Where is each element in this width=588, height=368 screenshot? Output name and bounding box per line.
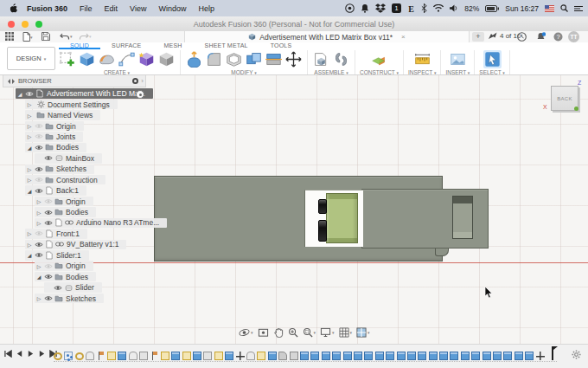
- expander-icon[interactable]: ▷: [35, 220, 43, 226]
- timeline-step-back-button[interactable]: [16, 350, 23, 358]
- visibility-eye-icon[interactable]: [24, 91, 35, 97]
- menu-item-help[interactable]: Help: [198, 4, 214, 13]
- timeline-feature-component-icon[interactable]: [139, 352, 148, 360]
- timeline-feature-extrude-icon[interactable]: [407, 352, 416, 360]
- grid-settings-icon[interactable]: ▾: [339, 327, 353, 338]
- visibility-eye-icon[interactable]: [34, 145, 44, 151]
- visibility-eye-icon[interactable]: [43, 263, 54, 269]
- timeline-feature-joint-origin-icon[interactable]: [64, 352, 73, 360]
- expander-icon[interactable]: ▷: [35, 210, 43, 216]
- construct-plane-icon[interactable]: [370, 50, 388, 68]
- joint-icon[interactable]: [332, 50, 350, 68]
- timeline-feature-revolve-icon[interactable]: [54, 352, 62, 360]
- timeline-feature-extrude-icon[interactable]: [386, 352, 394, 360]
- ribbon-group-label-construct[interactable]: CONSTRUCT ▾: [360, 69, 399, 75]
- viewports-icon[interactable]: ▾: [356, 327, 370, 338]
- timeline-feature-extrude-icon[interactable]: [493, 352, 502, 360]
- ribbon-group-label-select[interactable]: SELECT ▾: [479, 69, 505, 75]
- tree-row-sketches[interactable]: ▷Sketches: [3, 164, 146, 174]
- browser-options-icon[interactable]: [132, 78, 138, 84]
- timeline-feature-joint-icon[interactable]: [86, 352, 94, 360]
- ribbon-group-label-insert[interactable]: INSERT ▾: [445, 69, 470, 75]
- timeline-feature-extrude-icon[interactable]: [193, 352, 201, 360]
- expander-icon[interactable]: ▷: [25, 177, 34, 183]
- timeline-skip-start-button[interactable]: [4, 350, 12, 358]
- timeline-feature-extrude-icon[interactable]: [332, 352, 341, 360]
- timeline-feature-sketch-icon[interactable]: [107, 352, 116, 360]
- visibility-eye-icon[interactable]: [34, 166, 44, 172]
- one-password-icon[interactable]: 1: [392, 3, 401, 13]
- workspace-switcher[interactable]: DESIGN▾: [7, 47, 55, 70]
- new-tab-button[interactable]: +: [472, 32, 484, 42]
- redo-button[interactable]: ▾: [79, 32, 92, 41]
- combine-icon[interactable]: [245, 50, 263, 68]
- bluetooth-icon[interactable]: [421, 3, 427, 13]
- visibility-eye-icon[interactable]: [34, 230, 44, 236]
- notification-bell-icon[interactable]: [536, 32, 546, 42]
- visibility-eye-icon[interactable]: [43, 220, 54, 226]
- expander-icon[interactable]: ▷: [25, 113, 34, 119]
- expander-icon[interactable]: ▷: [25, 166, 34, 172]
- timeline-feature-extrude-icon[interactable]: [450, 352, 458, 360]
- menu-item-file[interactable]: File: [80, 4, 93, 13]
- save-button[interactable]: [42, 32, 50, 41]
- tree-row-construction[interactable]: ▷Construction: [3, 175, 146, 185]
- ribbon-tab-surface[interactable]: SURFACE: [100, 42, 152, 49]
- menu-item-view[interactable]: View: [130, 4, 146, 13]
- expander-icon[interactable]: ◢: [16, 91, 24, 97]
- ribbon-group-label-modify[interactable]: MODIFY ▾: [231, 69, 257, 75]
- timeline-feature-extrude-icon[interactable]: [322, 352, 330, 360]
- timeline-feature-extrude-icon[interactable]: [268, 352, 277, 360]
- tree-row-sketches[interactable]: ▷Sketches: [3, 293, 146, 303]
- select-icon[interactable]: [483, 50, 502, 68]
- active-app-name[interactable]: Fusion 360: [27, 4, 67, 13]
- fillet-icon[interactable]: [205, 50, 223, 68]
- expander-icon[interactable]: ▷: [25, 230, 34, 236]
- wifi-icon[interactable]: [433, 4, 444, 12]
- menu-item-window[interactable]: Window: [158, 4, 186, 13]
- pan-icon[interactable]: [273, 327, 284, 338]
- expander-icon[interactable]: ▷: [35, 263, 43, 269]
- menubar-clock[interactable]: Sun 16:27: [505, 4, 539, 13]
- collapse-panel-icon[interactable]: [8, 79, 15, 84]
- ribbon-tab-solid[interactable]: SOLID: [59, 42, 100, 49]
- tree-row-named-views[interactable]: ▷Named Views: [3, 110, 146, 120]
- apple-menu-icon[interactable]: [10, 3, 18, 14]
- hole-icon[interactable]: [157, 50, 176, 68]
- visibility-eye-icon[interactable]: [34, 133, 44, 139]
- help-icon[interactable]: ?: [553, 32, 563, 42]
- tree-row-document-settings[interactable]: ▷Document Settings: [3, 99, 146, 109]
- timeline-feature-flag-icon[interactable]: [97, 352, 105, 360]
- timeline-feature-revolve-icon[interactable]: [75, 352, 84, 360]
- timeline-feature-move-icon[interactable]: [536, 352, 545, 360]
- tree-row-bodies[interactable]: ▷Bodies: [3, 207, 146, 217]
- visibility-eye-icon[interactable]: [43, 155, 54, 161]
- file-menu-icon[interactable]: ▾: [22, 32, 33, 42]
- timeline-feature-extrude-icon[interactable]: [397, 352, 406, 360]
- tree-row-bodies[interactable]: ◢Bodies: [3, 142, 146, 152]
- timeline-feature-extrude-icon[interactable]: [483, 352, 491, 360]
- timeline-feature-extrude-icon[interactable]: [471, 352, 480, 360]
- timeline-feature-joint-icon[interactable]: [246, 352, 255, 360]
- form-icon[interactable]: [98, 50, 116, 68]
- visibility-eye-icon[interactable]: [43, 210, 54, 216]
- tree-row-9v-battery-v1-1[interactable]: ▷9V_Battery v1:1: [3, 239, 146, 249]
- expander-icon[interactable]: ◢: [25, 252, 34, 258]
- timeline-feature-move-icon[interactable]: [236, 352, 245, 360]
- timeline-feature-sketch-icon[interactable]: [257, 352, 265, 360]
- move-icon[interactable]: [284, 50, 303, 68]
- document-tab[interactable]: Advertisement With LED Matrix Box v11* ×: [184, 31, 470, 42]
- input-flag-icon[interactable]: [545, 5, 554, 12]
- timeline-play-button[interactable]: [27, 350, 35, 358]
- sketch-edit-icon[interactable]: [118, 50, 136, 68]
- orbit-icon[interactable]: ▾: [239, 327, 253, 338]
- ribbon-group-label-inspect[interactable]: INSPECT ▾: [408, 69, 436, 75]
- tree-row-slider-1[interactable]: ◢Slider:1: [3, 250, 146, 261]
- ribbon-tab-mesh[interactable]: MESH: [152, 42, 193, 49]
- ribbon-group-label-create[interactable]: CREATE ▾: [104, 69, 130, 75]
- dropbox-icon[interactable]: [375, 3, 386, 13]
- tree-row-front-1[interactable]: ▷Front:1: [3, 229, 146, 239]
- timeline-feature-extrude-icon[interactable]: [343, 352, 352, 360]
- timeline-feature-extrude-icon[interactable]: [461, 352, 470, 360]
- new-component-icon[interactable]: [312, 50, 330, 68]
